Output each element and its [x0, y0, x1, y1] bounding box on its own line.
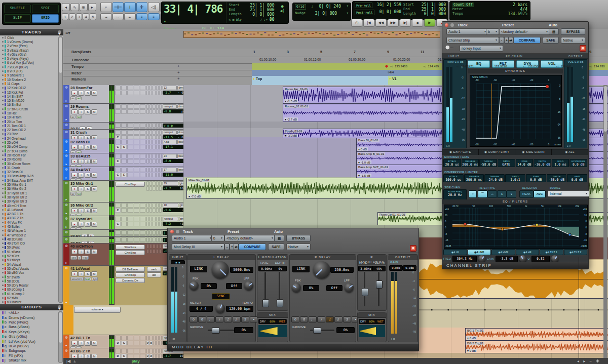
- insert-slot[interactable]: [134, 208, 139, 213]
- input-path-selector[interactable]: 24: [163, 154, 177, 158]
- track-show-dot[interactable]: [2, 247, 4, 248]
- pan-value[interactable]: ‹100: [180, 222, 183, 226]
- track-show-dot[interactable]: [2, 70, 4, 72]
- gain-value[interactable]: -3.3 dB: [496, 256, 518, 262]
- send-slot[interactable]: [156, 135, 159, 139]
- track-show-dot[interactable]: [2, 280, 4, 282]
- insert-slot[interactable]: [134, 145, 139, 149]
- mute-button[interactable]: M: [86, 127, 92, 129]
- mute-button[interactable]: M: [91, 354, 97, 358]
- send-slot[interactable]: [159, 109, 162, 114]
- insert-slot[interactable]: [121, 230, 127, 235]
- send-slot[interactable]: [156, 181, 159, 186]
- track-show-dot[interactable]: [2, 62, 4, 63]
- track-show-dot[interactable]: [2, 83, 4, 85]
- sidebar-group-item[interactable]: hSubgroups: [0, 348, 63, 353]
- send-slot[interactable]: [159, 168, 162, 172]
- track-name[interactable]: 36 Mike Gtr2: [70, 203, 109, 208]
- track-name[interactable]: 31 Crush: [70, 130, 109, 135]
- view-selector[interactable]: wv: [70, 346, 75, 348]
- clip-gain-badge[interactable]: ▾ 0 dB: [466, 349, 477, 352]
- md-out-gain-l[interactable]: 0.0dB: [389, 265, 403, 271]
- cs-safe-button[interactable]: SAFE: [543, 37, 559, 44]
- send-slot[interactable]: [153, 349, 156, 353]
- record-enable-button[interactable]: ●: [71, 173, 78, 178]
- solo-button[interactable]: S: [85, 222, 91, 227]
- track-show-dot[interactable]: [2, 175, 4, 177]
- send-slot[interactable]: [153, 91, 155, 95]
- send-slot[interactable]: [156, 230, 159, 235]
- track-show-dot[interactable]: [2, 58, 4, 59]
- sidebar-group-item[interactable]: gBGV (vBGV): [0, 344, 63, 348]
- insert-slot[interactable]: C: [115, 222, 121, 226]
- track-freeze-icon[interactable]: ◍: [65, 139, 67, 143]
- track-arrow-icon[interactable]: ▸: [65, 162, 67, 166]
- send-ddl[interactable]: ddl: [147, 272, 161, 277]
- send-slot[interactable]: [156, 154, 159, 158]
- md-sync-button[interactable]: SYNC: [212, 293, 230, 300]
- track-arrow-icon[interactable]: ▸: [65, 148, 67, 152]
- main-counter[interactable]: 33| 4| 786: [164, 3, 222, 15]
- track-name[interactable]: 35 Mike Gtr1: [70, 181, 109, 186]
- md-l-rate-value[interactable]: 0.00Hz: [258, 266, 275, 271]
- insert-slot[interactable]: [121, 140, 127, 144]
- track-arrow-icon[interactable]: ▸: [65, 176, 67, 179]
- track-show-dot[interactable]: [2, 50, 4, 51]
- midi-zoom-icon[interactable]: ≋: [80, 3, 88, 11]
- sidebar-track-item[interactable]: 39 Ryan Gtr 3: [0, 199, 63, 204]
- sidebar-track-item[interactable]: 57 sVerb: [0, 275, 63, 279]
- track-color-strip[interactable]: ◍▸: [63, 216, 69, 229]
- send-slot[interactable]: [159, 237, 162, 242]
- comp-release[interactable]: RELEASE200.0 ms: [464, 174, 484, 182]
- countoff-label[interactable]: Count Off: [452, 3, 474, 7]
- track-color-strip[interactable]: ◍▸: [63, 181, 69, 202]
- note-duration-button[interactable]: ♩: [207, 316, 215, 322]
- ruler-add-icon[interactable]: +: [177, 70, 180, 75]
- track-color-strip[interactable]: ◍▸: [63, 203, 69, 216]
- zoom-out-icon[interactable]: ◂: [62, 3, 70, 11]
- cs-plugin-selector[interactable]: Channel Strip: [446, 37, 499, 44]
- band-hmf[interactable]: ◉4 HMF: [491, 249, 515, 255]
- insert-slot[interactable]: [127, 354, 133, 358]
- send-slot[interactable]: [153, 244, 155, 249]
- track-show-dot[interactable]: [2, 41, 4, 43]
- length-value[interactable]: 0| 0| 000: [252, 12, 274, 17]
- record-enable-button[interactable]: ●: [71, 145, 78, 150]
- gate-ratio[interactable]: RATIOGATE: [498, 159, 515, 167]
- send-slot[interactable]: [156, 341, 159, 345]
- record-enable-button[interactable]: ●: [71, 249, 78, 254]
- track-name[interactable]: 33 BsAB15: [70, 154, 109, 158]
- volume-value[interactable]: -13.5: [164, 135, 173, 139]
- mute-button[interactable]: M: [91, 145, 97, 150]
- insert-slot[interactable]: C: [115, 208, 121, 213]
- insert-slot[interactable]: [115, 123, 121, 128]
- zoom-in-icon[interactable]: ▸: [88, 3, 96, 11]
- ruler-add-icon[interactable]: +: [177, 76, 180, 81]
- sidebar-track-item[interactable]: 28 Room Far: [0, 153, 63, 157]
- insert-slot[interactable]: [140, 154, 145, 158]
- send-slot[interactable]: [153, 154, 155, 158]
- tracks-scrollbar[interactable]: [58, 36, 63, 303]
- volume-pan-row[interactable]: -17.1: [163, 145, 183, 149]
- insert-slot[interactable]: [121, 208, 127, 213]
- track-color-strip[interactable]: ◍: [63, 237, 69, 243]
- volume-pan-row[interactable]: -2.7‹ 0 ›: [163, 91, 183, 95]
- tempo-event[interactable]: ▿♩133.0566: [523, 64, 540, 68]
- sidebar-track-item[interactable]: 63 Master: [0, 300, 63, 304]
- md-r-delay-time[interactable]: 250.0ms: [330, 267, 354, 273]
- band-tilt2[interactable]: ◉4 TILT 2: [564, 249, 588, 255]
- mode-grid[interactable]: GRID: [32, 14, 59, 23]
- insert-slot[interactable]: [127, 222, 133, 226]
- send-slot[interactable]: [153, 135, 155, 139]
- sidebar-track-item[interactable]: 55 sDist Vocals: [0, 266, 63, 270]
- send-slot[interactable]: [149, 181, 152, 186]
- volume-value[interactable]: -2.7: [164, 91, 171, 95]
- sidebar-track-item[interactable]: 8 vFX (FX): [0, 69, 63, 73]
- record-enable-button[interactable]: ●: [71, 109, 78, 114]
- insert-slot[interactable]: [127, 159, 133, 164]
- cs-bypass-button[interactable]: BYPASS: [561, 28, 585, 35]
- send-slot[interactable]: [156, 354, 159, 358]
- sidebar-track-item[interactable]: 11 Claps: [0, 82, 63, 86]
- send-slot[interactable]: [146, 86, 149, 90]
- play-button[interactable]: ▶: [424, 19, 435, 27]
